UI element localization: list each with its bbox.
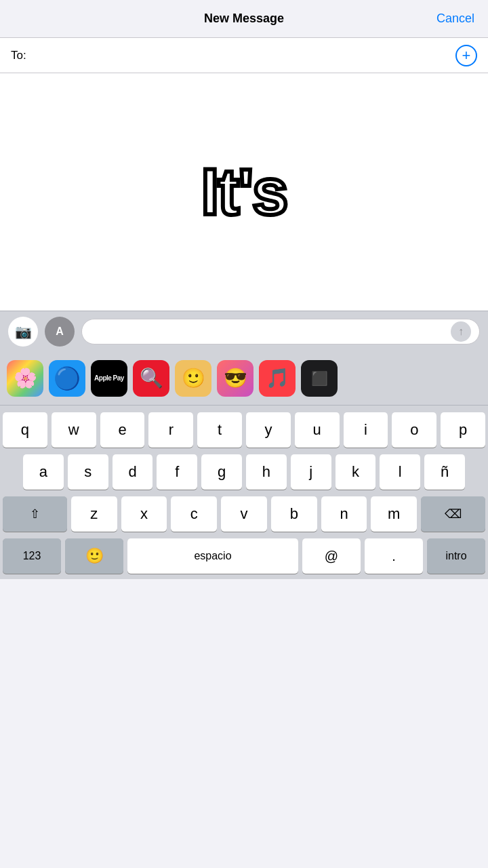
return-label: intro <box>445 550 466 562</box>
to-label: To: <box>11 49 26 62</box>
camera-button[interactable]: 📷 <box>8 317 38 347</box>
key-r[interactable]: r <box>148 412 193 448</box>
key-u[interactable]: u <box>295 412 340 448</box>
message-content: It's <box>201 155 287 229</box>
key-v[interactable]: v <box>221 496 267 532</box>
key-n[interactable]: n <box>321 496 367 532</box>
key-n-tilde[interactable]: ñ <box>424 454 465 490</box>
key-l[interactable]: l <box>380 454 420 490</box>
globe-icon: 🔍 <box>140 367 163 389</box>
emoji-icon: 🙂 <box>85 547 104 565</box>
imessage-toolbar: 📷 A ↑ <box>0 311 488 351</box>
key-b[interactable]: b <box>271 496 317 532</box>
key-g[interactable]: g <box>201 454 242 490</box>
backspace-icon: ⌫ <box>445 507 462 521</box>
appstore-button[interactable]: A <box>45 317 75 347</box>
space-key[interactable]: espacio <box>127 538 298 574</box>
numbers-label: 123 <box>23 550 41 562</box>
message-input-bar: ↑ <box>81 319 480 344</box>
appstore-icon: 🔵 <box>54 366 81 391</box>
key-c[interactable]: c <box>171 496 217 532</box>
app-icon-applepay[interactable]: Apple Pay <box>91 360 127 397</box>
message-area: It's <box>0 73 488 311</box>
key-m[interactable]: m <box>371 496 417 532</box>
backspace-key[interactable]: ⌫ <box>421 496 485 532</box>
key-q[interactable]: q <box>3 412 47 448</box>
key-a[interactable]: a <box>23 454 64 490</box>
app-icon-memoji[interactable]: 🙂 <box>175 360 211 397</box>
dark-icon: ⬛ <box>311 370 328 387</box>
appstore-icon: A <box>56 326 64 338</box>
to-field: To: + <box>0 38 488 73</box>
app-icon-music[interactable]: 🎵 <box>259 360 296 397</box>
key-p[interactable]: p <box>441 412 485 448</box>
key-f[interactable]: f <box>157 454 197 490</box>
key-j[interactable]: j <box>291 454 331 490</box>
keyboard-row-1: q w e r t y u i o p <box>3 412 485 448</box>
app-icon-photos[interactable]: 🌸 <box>7 360 43 397</box>
app-row: 🌸 🔵 Apple Pay 🔍 🙂 😎 🎵 ⬛ <box>0 351 488 406</box>
dot-key[interactable]: . <box>365 538 423 574</box>
keyboard: q w e r t y u i o p a s d f g h j k l ñ … <box>0 406 488 579</box>
plus-icon: + <box>462 48 471 63</box>
header: New Message Cancel <box>0 0 488 38</box>
key-x[interactable]: x <box>121 496 167 532</box>
app-icon-appstore[interactable]: 🔵 <box>49 360 85 397</box>
key-e[interactable]: e <box>100 412 145 448</box>
camera-icon: 📷 <box>15 323 32 340</box>
key-o[interactable]: o <box>392 412 436 448</box>
at-key[interactable]: @ <box>302 538 361 574</box>
key-d[interactable]: d <box>113 454 153 490</box>
at-label: @ <box>325 549 338 564</box>
keyboard-row-2: a s d f g h j k l ñ <box>3 454 485 490</box>
message-input[interactable] <box>90 326 451 338</box>
send-icon: ↑ <box>458 326 464 338</box>
numbers-key[interactable]: 123 <box>3 538 61 574</box>
to-input[interactable] <box>32 49 455 62</box>
space-label: espacio <box>194 550 231 562</box>
key-k[interactable]: k <box>336 454 376 490</box>
key-w[interactable]: w <box>52 412 96 448</box>
return-key[interactable]: intro <box>427 538 485 574</box>
header-title: New Message <box>204 12 284 26</box>
photos-icon: 🌸 <box>14 367 37 389</box>
key-z[interactable]: z <box>71 496 117 532</box>
key-t[interactable]: t <box>197 412 242 448</box>
key-h[interactable]: h <box>246 454 287 490</box>
music-icon: 🎵 <box>266 367 289 389</box>
applepay-icon: Apple Pay <box>94 374 124 382</box>
app-icon-dark[interactable]: ⬛ <box>301 360 338 397</box>
key-y[interactable]: y <box>246 412 291 448</box>
keyboard-row-3: ⇧ z x c v b n m ⌫ <box>3 496 485 532</box>
app-icon-stickers[interactable]: 😎 <box>217 360 253 397</box>
key-i[interactable]: i <box>344 412 388 448</box>
keyboard-bottom-row: 123 🙂 espacio @ . intro <box>3 538 485 574</box>
shift-icon: ⇧ <box>30 507 40 521</box>
shift-key[interactable]: ⇧ <box>3 496 67 532</box>
emoji-key[interactable]: 🙂 <box>65 538 123 574</box>
dot-label: . <box>392 549 396 564</box>
add-contact-button[interactable]: + <box>455 45 477 66</box>
stickers-icon: 😎 <box>224 367 247 389</box>
memoji-icon: 🙂 <box>182 367 205 389</box>
app-icon-globe[interactable]: 🔍 <box>133 360 169 397</box>
send-button[interactable]: ↑ <box>451 321 471 342</box>
key-s[interactable]: s <box>68 454 108 490</box>
cancel-button[interactable]: Cancel <box>436 12 474 26</box>
